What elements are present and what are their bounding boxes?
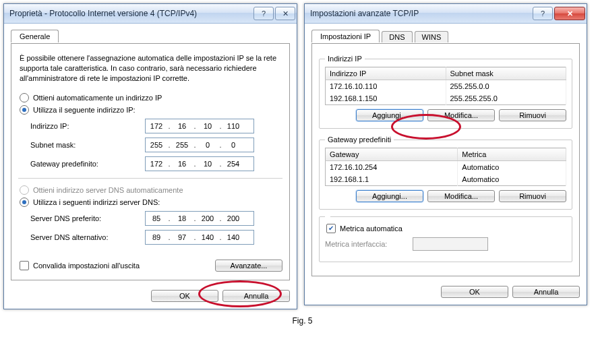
tab-panel-general: È possibile ottenere l'assegnazione auto… — [11, 43, 290, 280]
group-gateways: Gateway predefiniti Gateway Metrica 172.… — [319, 135, 572, 210]
label-iface-metric: Metrica interfaccia: — [325, 240, 413, 248]
label-dns2: Server DNS alternativo: — [30, 233, 145, 241]
gw-col-header-metric: Metrica — [458, 148, 566, 161]
ok-button[interactable]: OK — [151, 290, 218, 302]
help-button[interactable]: ? — [533, 7, 553, 20]
table-row: 192.168.1.150255.255.255.0 — [326, 92, 566, 105]
ok-button[interactable]: OK — [441, 286, 508, 298]
tabstrip: Impostazioni IP DNS WINS — [311, 29, 580, 44]
check-auto-metric[interactable]: ✔ Metrica automatica — [326, 224, 565, 233]
check-auto-metric-label: Metrica automatica — [340, 224, 402, 233]
group-gw-legend: Gateway predefiniti — [325, 135, 394, 144]
radio-use-ip[interactable]: Utilizza il seguente indirizzo IP: — [20, 105, 281, 115]
gateway-input[interactable]: 172. 16. 10. 254 — [145, 156, 254, 171]
table-row: 172.16.10.254Automatico — [326, 161, 566, 174]
group-metric: ✔ Metrica automatica Metrica interfaccia… — [319, 216, 572, 262]
tab-general[interactable]: Generale — [11, 30, 59, 42]
ipv4-properties-window: Proprietà - Protocollo Internet versione… — [3, 3, 297, 309]
gw-col-header-gw: Gateway — [326, 148, 458, 161]
dns2-input[interactable]: 89. 97. 140. 140 — [145, 230, 254, 245]
window-title: Proprietà - Protocollo Internet versione… — [9, 9, 197, 18]
intro-text: È possibile ottenere l'assegnazione auto… — [20, 53, 281, 84]
tabstrip: Generale — [11, 29, 290, 44]
iface-metric-input — [413, 237, 488, 251]
label-dns1: Server DNS preferito: — [30, 214, 145, 222]
group-ip-legend: Indirizzi IP — [325, 55, 365, 63]
close-button[interactable]: ✕ — [554, 7, 585, 20]
ip-col-header-mask: Subnet mask — [446, 67, 566, 80]
ip-add-button[interactable]: Aggiungi... — [356, 109, 423, 121]
label-gw: Gateway predefinito: — [30, 160, 145, 168]
gw-table[interactable]: Gateway Metrica 172.16.10.254Automatico … — [325, 148, 566, 186]
table-row: 172.16.10.110255.255.0.0 — [326, 80, 566, 93]
ip-input[interactable]: 172. 16. 10. 110 — [145, 119, 254, 133]
titlebar: Impostazioni avanzate TCP/IP ? ✕ — [305, 4, 587, 24]
label-ip: Indirizzo IP: — [30, 122, 145, 130]
label-mask: Subnet mask: — [30, 141, 145, 149]
tab-panel-ip-settings: Indirizzi IP Indirizzo IP Subnet mask 17… — [311, 43, 580, 276]
close-button[interactable]: ✕ — [275, 7, 295, 20]
ip-table[interactable]: Indirizzo IP Subnet mask 172.16.10.11025… — [325, 67, 566, 105]
tab-dns[interactable]: DNS — [382, 31, 412, 42]
cancel-button[interactable]: Annulla — [512, 286, 580, 298]
ip-col-header-ip: Indirizzo IP — [326, 67, 446, 80]
advanced-button[interactable]: Avanzate... — [215, 260, 282, 272]
gw-remove-button[interactable]: Rimuovi — [499, 190, 566, 202]
help-button[interactable]: ? — [253, 7, 274, 20]
gw-add-button[interactable]: Aggiungi... — [356, 190, 423, 202]
cancel-button[interactable]: Annulla — [222, 290, 290, 302]
radio-use-dns-label: Utilizza i seguenti indirizzi server DNS… — [33, 198, 160, 206]
group-ip-addresses: Indirizzi IP Indirizzo IP Subnet mask 17… — [319, 55, 572, 129]
radio-auto-dns-label: Ottieni indirizzo server DNS automaticam… — [33, 186, 183, 194]
tab-wins[interactable]: WINS — [415, 31, 449, 42]
radio-auto-ip-label: Ottieni automaticamente un indirizzo IP — [33, 94, 162, 102]
ip-remove-button[interactable]: Rimuovi — [499, 109, 566, 121]
mask-input[interactable]: 255. 255. 0. 0 — [145, 138, 254, 152]
gw-edit-button[interactable]: Modifica... — [427, 190, 495, 202]
radio-auto-ip[interactable]: Ottieni automaticamente un indirizzo IP — [20, 93, 281, 102]
check-validate-label: Convalida impostazioni all'uscita — [33, 262, 140, 270]
radio-use-dns[interactable]: Utilizza i seguenti indirizzi server DNS… — [20, 198, 281, 207]
check-validate[interactable]: Convalida impostazioni all'uscita — [20, 261, 140, 270]
radio-use-ip-label: Utilizza il seguente indirizzo IP: — [33, 106, 136, 114]
radio-auto-dns: Ottieni indirizzo server DNS automaticam… — [20, 185, 281, 195]
advanced-tcpip-window: Impostazioni avanzate TCP/IP ? ✕ Imposta… — [304, 3, 587, 305]
titlebar: Proprietà - Protocollo Internet versione… — [4, 4, 297, 24]
table-row: 192.168.1.1Automatico — [326, 173, 566, 186]
figure-caption: Fig. 5 — [3, 316, 598, 326]
window-title: Impostazioni avanzate TCP/IP — [310, 9, 419, 18]
dns1-input[interactable]: 85. 18. 200. 200 — [145, 211, 254, 226]
tab-ip-settings[interactable]: Impostazioni IP — [311, 30, 380, 42]
ip-edit-button[interactable]: Modifica... — [427, 109, 495, 121]
